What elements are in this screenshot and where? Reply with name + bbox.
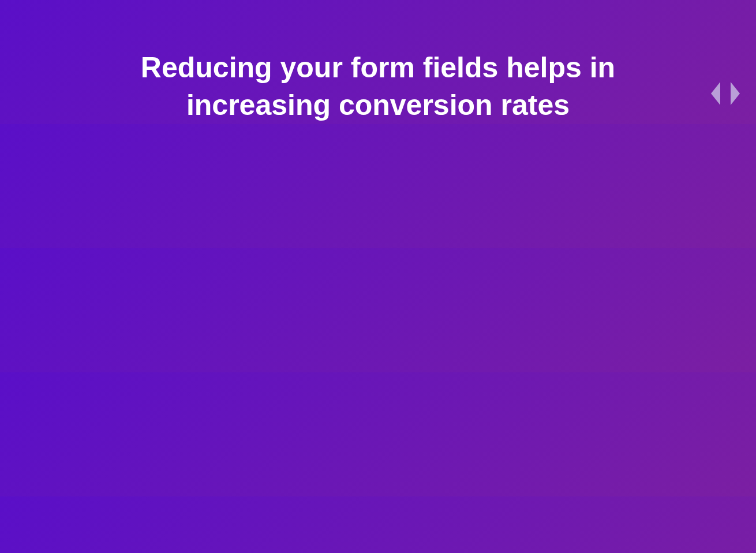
- page-title: Reducing your form fields helps in incre…: [0, 0, 756, 124]
- brand-logo-icon: [705, 73, 746, 114]
